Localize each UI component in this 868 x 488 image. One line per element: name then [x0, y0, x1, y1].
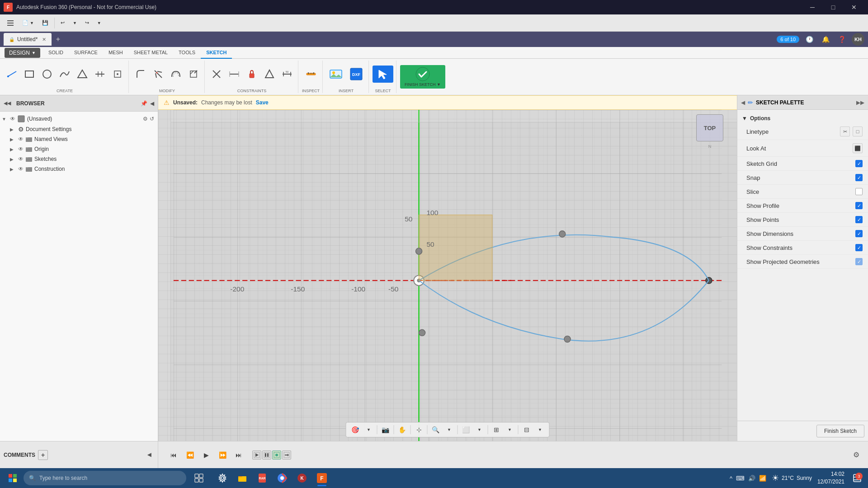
visibility-icon[interactable]: 👁	[18, 146, 24, 152]
taskbar-datetime[interactable]: 14:02 12/07/2021	[817, 470, 844, 486]
browser-pin-button[interactable]: 📌	[141, 100, 147, 107]
taskbar-search-bar[interactable]: 🔍 Type here to search	[24, 471, 186, 485]
zoom-button[interactable]: 🔍	[429, 423, 442, 436]
show-constraints-checkbox[interactable]: ✓	[855, 244, 863, 251]
taskbar-app-rar[interactable]: RAR	[253, 469, 271, 487]
active-tab[interactable]: 🔒 Untitled* ✕	[4, 33, 52, 46]
skip-end-button[interactable]: ⏭	[232, 449, 245, 461]
redo-button[interactable]: ↪	[82, 17, 92, 29]
start-button[interactable]	[4, 469, 22, 487]
tool-horizontal[interactable]	[226, 67, 242, 81]
collapse-browser-button[interactable]: ◀◀	[4, 100, 11, 106]
timeline-marker-1[interactable]	[252, 450, 261, 460]
grid-dropdown[interactable]: ▼	[504, 423, 516, 436]
tree-item-construction[interactable]: ▶ 👁 Construction	[0, 164, 158, 174]
taskbar-keyboard-icon[interactable]: ⌨	[736, 475, 745, 482]
add-comment-button[interactable]: +	[38, 450, 48, 460]
tool-sketch-scale[interactable]	[185, 67, 202, 81]
tool-point[interactable]	[109, 67, 126, 81]
tool-insert-dxf[interactable]: DXF	[347, 66, 366, 83]
grid-button[interactable]: ⊞	[490, 423, 503, 436]
visibility-icon[interactable]: 👁	[10, 116, 15, 122]
tool-select[interactable]	[373, 66, 393, 83]
linetype-icon1[interactable]: ✂	[840, 127, 850, 136]
timeline-marker-2[interactable]	[262, 450, 271, 460]
palette-row-show-points[interactable]: Show Points ✓	[737, 213, 868, 227]
zoom-dropdown[interactable]: ▼	[443, 423, 456, 436]
tool-measure[interactable]	[303, 67, 319, 81]
tool-dimension[interactable]: 50	[279, 67, 295, 81]
refresh-icon[interactable]: ↺	[150, 116, 154, 122]
close-tab-icon[interactable]: ✕	[42, 37, 46, 42]
look-at-button[interactable]: ⬛	[853, 143, 863, 153]
settings-icon[interactable]: ⚙	[143, 116, 148, 122]
save-button[interactable]: 💾	[39, 17, 52, 29]
tool-circle[interactable]	[39, 67, 55, 81]
next-button[interactable]: ⏩	[216, 449, 229, 461]
display-mode-button[interactable]: ⬜	[460, 423, 472, 436]
capture-design-button[interactable]: 📷	[379, 423, 392, 436]
play-button[interactable]: ▶	[200, 449, 212, 461]
view-options-dropdown[interactable]: ▼	[534, 423, 547, 436]
palette-row-show-projected[interactable]: Show Projected Geometries ✓	[737, 255, 868, 269]
tab-action-help[interactable]: ❓	[835, 33, 848, 46]
tool-constraint-misc[interactable]	[261, 67, 278, 81]
timeline-marker-4[interactable]	[282, 450, 291, 460]
timeline-marker-3[interactable]	[272, 450, 281, 460]
palette-row-snap[interactable]: Snap ✓	[737, 171, 868, 185]
palette-row-show-profile[interactable]: Show Profile ✓	[737, 199, 868, 213]
canvas-area[interactable]: 50 -200 -150 -100 -50 50 100 TOP	[158, 110, 737, 441]
collapse-comments-button[interactable]: ◀	[144, 450, 154, 460]
palette-row-slice[interactable]: Slice	[737, 185, 868, 199]
tool-spline[interactable]	[57, 67, 73, 81]
fit-button[interactable]: ⊹	[413, 423, 425, 436]
slice-checkbox[interactable]	[855, 188, 863, 195]
tree-item-origin[interactable]: ▶ 👁 Origin	[0, 144, 158, 154]
show-projected-checkbox[interactable]: ✓	[855, 258, 863, 265]
file-button[interactable]: 📄 ▼	[19, 17, 37, 29]
show-profile-checkbox[interactable]: ✓	[855, 202, 863, 209]
ribbon-tab-surface[interactable]: SURFACE	[69, 47, 103, 59]
show-points-checkbox[interactable]: ✓	[855, 216, 863, 223]
view-options-button[interactable]: ⊟	[520, 423, 533, 436]
taskbar-notification-button[interactable]: 3	[850, 471, 864, 485]
ribbon-tab-sketch[interactable]: SKETCH	[201, 47, 232, 59]
user-avatar[interactable]: KH	[852, 33, 864, 46]
tree-item-sketches[interactable]: ▶ 👁 Sketches	[0, 154, 158, 164]
taskbar-app-task-view[interactable]	[190, 469, 208, 487]
snap-checkbox[interactable]: ✓	[855, 174, 863, 181]
tool-trim[interactable]	[150, 67, 166, 81]
tool-line[interactable]	[4, 67, 20, 81]
tree-item-root[interactable]: ▼ 👁 (Unsaved) ⚙ ↺	[0, 113, 158, 124]
undo-dropdown[interactable]: ▼	[70, 17, 80, 29]
palette-collapse-button[interactable]: ◀	[741, 99, 745, 106]
redo-dropdown[interactable]: ▼	[94, 17, 104, 29]
taskbar-up-arrow[interactable]: ^	[730, 475, 732, 482]
taskbar-app-chrome[interactable]	[273, 469, 291, 487]
snap-dropdown[interactable]: ▼	[363, 423, 375, 436]
tool-offset[interactable]	[168, 67, 184, 81]
taskbar-app-fusion360[interactable]: F	[313, 469, 331, 487]
show-dimensions-checkbox[interactable]: ✓	[855, 230, 863, 237]
prev-button[interactable]: ⏪	[184, 449, 196, 461]
tool-coincident[interactable]	[208, 67, 225, 81]
add-tab-button[interactable]: +	[52, 34, 63, 45]
tab-action-clock[interactable]: 🕐	[803, 33, 816, 46]
sketch-grid-checkbox[interactable]: ✓	[855, 160, 863, 167]
tree-item-named-views[interactable]: ▶ 👁 Named Views	[0, 134, 158, 144]
taskbar-app-explorer[interactable]	[233, 469, 251, 487]
taskbar-app-unknown[interactable]: K	[293, 469, 311, 487]
ribbon-tab-mesh[interactable]: MESH	[103, 47, 128, 59]
view-cube-face-top[interactable]: TOP	[696, 114, 723, 141]
tool-rectangle[interactable]	[21, 67, 38, 81]
taskbar-app-settings[interactable]	[213, 469, 231, 487]
palette-row-show-constraints[interactable]: Show Constraints ✓	[737, 241, 868, 255]
visibility-icon[interactable]: 👁	[18, 136, 24, 142]
ribbon-tab-sheet-metal[interactable]: SHEET METAL	[128, 47, 173, 59]
linetype-icon2[interactable]: □	[853, 127, 863, 136]
ribbon-tab-solid[interactable]: SOLID	[43, 47, 69, 59]
tool-fillet[interactable]	[132, 67, 149, 81]
tool-lock[interactable]	[244, 67, 260, 81]
taskbar-volume-icon[interactable]: 🔊	[748, 475, 755, 482]
finish-sketch-button[interactable]: FINISH SKETCH ▼	[400, 65, 445, 89]
